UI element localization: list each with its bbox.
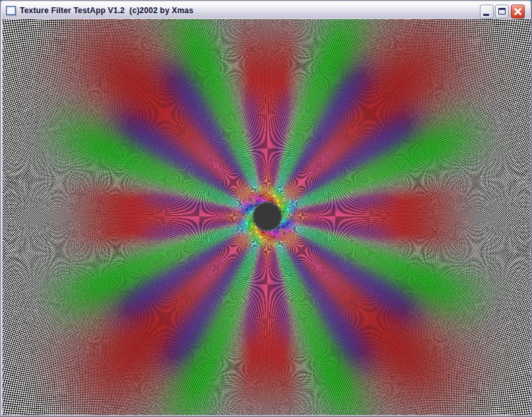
window-controls [480, 5, 525, 18]
close-icon [514, 7, 522, 16]
maximize-icon [498, 8, 506, 15]
window-title: Texture Filter TestApp V1.2 (c)2002 by X… [20, 6, 193, 16]
render-canvas [3, 19, 531, 415]
close-button[interactable] [511, 5, 525, 18]
app-icon [6, 6, 16, 15]
minimize-icon [483, 14, 489, 16]
app-window: Texture Filter TestApp V1.2 (c)2002 by X… [0, 0, 532, 417]
minimize-button[interactable] [480, 5, 494, 18]
maximize-button[interactable] [495, 5, 509, 18]
title-bar[interactable]: Texture Filter TestApp V1.2 (c)2002 by X… [2, 2, 530, 19]
